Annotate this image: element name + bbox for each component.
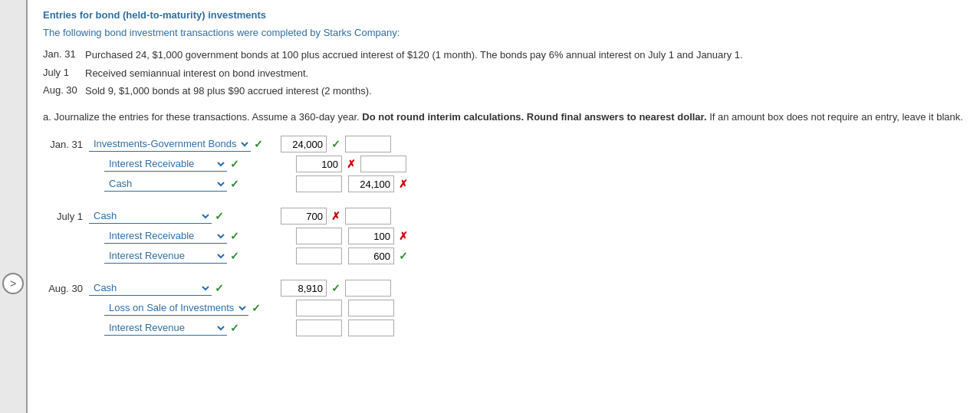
credit-input-july1-2[interactable] [348, 247, 394, 264]
check-aug30-1: ✓ [252, 302, 261, 314]
check-july1-1: ✓ [230, 230, 239, 242]
debit-area-aug30-2 [296, 320, 344, 336]
account-select-aug30-2[interactable]: Interest Revenue [104, 320, 227, 336]
debit-input-jan31-1[interactable] [296, 156, 342, 172]
section-title: Entries for bond (held-to-maturity) inve… [43, 9, 965, 21]
credit-input-july1-0[interactable] [345, 208, 391, 225]
account-select-jan31-0[interactable]: Investments-Government Bonds [89, 136, 251, 152]
debit-input-july1-2[interactable] [296, 247, 342, 264]
debit-input-jan31-0[interactable] [281, 136, 327, 152]
transaction-list: Jan. 31 Purchased 24, $1,000 government … [43, 48, 965, 99]
check-july1-2: ✓ [230, 250, 239, 262]
account-select-jan31-2[interactable]: Cash [104, 176, 227, 192]
account-wrap-july1-0: Cash ✓ [89, 208, 273, 224]
debit-input-july1-0[interactable] [281, 208, 327, 225]
journal-row-july1-1: Interest Receivable ✓ ✗ [43, 228, 965, 244]
credit-area-july1-1: ✗ [348, 228, 408, 244]
account-wrap-jan31-2: Cash ✓ [104, 176, 288, 192]
debit-check-jan31-0: ✓ [331, 138, 340, 150]
account-select-jan31-1[interactable]: Interest Receivable [104, 156, 227, 172]
credit-input-jan31-0[interactable] [345, 136, 391, 152]
previous-button[interactable]: > [2, 273, 24, 294]
check-july1-0: ✓ [215, 210, 224, 222]
debit-area-aug30-1 [296, 300, 344, 316]
transaction-jan31: Jan. 31 Purchased 24, $1,000 government … [43, 48, 965, 63]
instruction-end: If an amount box does not require an ent… [709, 111, 963, 123]
credit-input-jan31-1[interactable] [360, 156, 406, 172]
credit-area-jan31-2: ✗ [348, 175, 408, 192]
credit-area-aug30-0 [345, 280, 393, 297]
check-jan31-1: ✓ [230, 158, 239, 170]
arrow-icon: > [10, 277, 16, 290]
debit-area-jan31-1: ✗ [296, 156, 356, 172]
account-wrap-aug30-1: Loss on Sale of Investments ✓ [104, 300, 288, 316]
journal-row-aug30-0: Aug. 30 Cash ✓ ✓ [43, 280, 965, 297]
credit-input-jan31-2[interactable] [348, 175, 394, 192]
cross-jan31-1: ✗ [347, 158, 356, 170]
credit-area-aug30-2 [348, 320, 396, 336]
account-wrap-aug30-0: Cash ✓ [89, 280, 273, 296]
credit-area-july1-2: ✓ [348, 247, 408, 264]
transaction-july1: July 1 Received semiannual interest on b… [43, 66, 965, 81]
cross-jan31-2: ✗ [399, 178, 408, 190]
account-select-july1-1[interactable]: Interest Receivable [104, 228, 227, 244]
debit-area-july1-0: ✗ [281, 208, 340, 225]
intro-text: The following bond investment transactio… [43, 27, 965, 38]
account-select-july1-2[interactable]: Interest Revenue [104, 248, 227, 264]
journal-row-july1-0: July 1 Cash ✓ ✗ [43, 208, 965, 225]
left-navigation: > [0, 0, 28, 413]
journal-date-aug30: Aug. 30 [43, 283, 89, 294]
credit-input-aug30-1[interactable] [348, 300, 394, 316]
trans-desc-aug30: Sold 9, $1,000 bonds at 98 plus $90 accr… [85, 84, 372, 99]
debit-input-jan31-2[interactable] [296, 175, 342, 192]
debit-input-aug30-2[interactable] [296, 320, 342, 336]
check-jan31-2: ✓ [230, 178, 239, 190]
debit-area-jan31-0: ✓ [281, 136, 340, 152]
journal-row-aug30-2: Interest Revenue ✓ [43, 320, 965, 336]
transaction-aug30: Aug. 30 Sold 9, $1,000 bonds at 98 plus … [43, 84, 965, 99]
check-credit-july1-2: ✓ [399, 250, 408, 262]
journal-row-jan31-2: Cash ✓ ✗ [43, 175, 965, 192]
journal-date-jan31: Jan. 31 [43, 139, 89, 150]
check-aug30-0: ✓ [215, 282, 224, 294]
credit-input-aug30-2[interactable] [348, 320, 394, 336]
debit-area-aug30-0: ✓ [281, 280, 340, 297]
trans-date-jan31: Jan. 31 [43, 48, 85, 63]
account-select-aug30-0[interactable]: Cash [89, 280, 212, 296]
check-aug30-2: ✓ [230, 322, 239, 334]
account-wrap-july1-2: Interest Revenue ✓ [104, 248, 288, 264]
instruction-bold: Do not round interim calculations. Round… [362, 111, 706, 123]
account-wrap-jan31-1: Interest Receivable ✓ [104, 156, 288, 172]
cross-july1-0: ✗ [331, 210, 340, 222]
journal-row-jan31-1: Interest Receivable ✓ ✗ [43, 156, 965, 172]
journal-row-jan31-0: Jan. 31 Investments-Government Bonds ✓ ✓ [43, 136, 965, 152]
instruction-plain: Journalize the entries for these transac… [54, 111, 359, 123]
debit-area-july1-1 [296, 228, 344, 244]
account-wrap-jan31-0: Investments-Government Bonds ✓ [89, 136, 273, 152]
account-select-aug30-1[interactable]: Loss on Sale of Investments [104, 300, 248, 316]
credit-area-july1-0 [345, 208, 393, 225]
debit-input-aug30-1[interactable] [296, 300, 342, 316]
trans-date-july1: July 1 [43, 66, 85, 81]
cross-july1-1: ✗ [399, 230, 408, 242]
debit-input-july1-1[interactable] [296, 228, 342, 244]
journal-row-aug30-1: Loss on Sale of Investments ✓ [43, 300, 965, 316]
credit-input-july1-1[interactable] [348, 228, 394, 244]
journal-entry-jan31: Jan. 31 Investments-Government Bonds ✓ ✓ [43, 136, 965, 192]
journal-date-july1: July 1 [43, 211, 89, 222]
main-content: Entries for bond (held-to-maturity) inve… [28, 0, 980, 413]
journal-entry-aug30: Aug. 30 Cash ✓ ✓ [43, 280, 965, 336]
check-debit-aug30-0: ✓ [331, 282, 340, 294]
credit-area-jan31-1 [360, 156, 408, 172]
instruction-text: a. Journalize the entries for these tran… [43, 110, 965, 126]
debit-input-aug30-0[interactable] [281, 280, 327, 297]
trans-desc-jan31: Purchased 24, $1,000 government bonds at… [85, 48, 743, 63]
account-select-july1-0[interactable]: Cash [89, 208, 212, 224]
credit-input-aug30-0[interactable] [345, 280, 391, 297]
journal-section: Jan. 31 Investments-Government Bonds ✓ ✓ [43, 136, 965, 336]
instruction-label: a. [43, 111, 51, 123]
debit-area-july1-2 [296, 247, 344, 264]
credit-area-aug30-1 [348, 300, 396, 316]
check-jan31-0: ✓ [254, 138, 263, 150]
trans-date-aug30: Aug. 30 [43, 84, 85, 99]
